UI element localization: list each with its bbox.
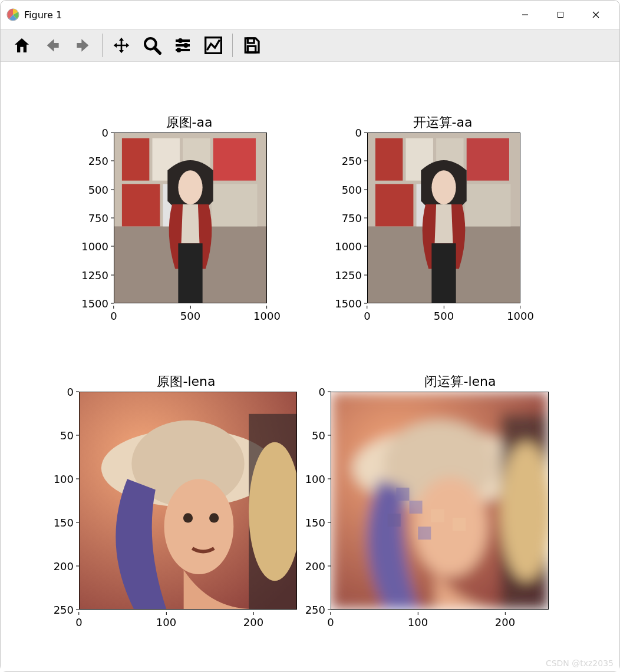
subplot-2: 原图-lena [33, 374, 304, 633]
svg-rect-56 [388, 514, 401, 527]
zoom-icon [143, 36, 161, 55]
tick-label: 1500 [335, 297, 362, 310]
tick-label: 750 [342, 212, 362, 224]
svg-rect-24 [212, 184, 257, 226]
tick-label: 0 [102, 127, 108, 139]
pan-button[interactable] [107, 32, 136, 58]
image-placeholder [331, 392, 548, 609]
tick-label: 500 [434, 310, 454, 322]
home-button[interactable] [8, 32, 36, 58]
close-button[interactable] [578, 1, 614, 29]
tick-label: 1000 [335, 240, 362, 253]
figure-window: Figure 1 [0, 0, 620, 672]
x-axis-ticks: 0 100 200 [79, 610, 297, 627]
home-icon [12, 36, 31, 55]
sliders-icon [173, 36, 192, 55]
image-placeholder [368, 133, 520, 303]
tick-label: 200 [305, 560, 325, 572]
svg-rect-27 [178, 243, 202, 303]
tick-label: 200 [495, 616, 515, 628]
subplot-title: 原图-lena [51, 373, 322, 390]
tick-label: 750 [88, 212, 108, 224]
tick-label: 50 [60, 429, 74, 442]
tick-label: 1000 [81, 240, 108, 253]
maximize-button[interactable] [543, 1, 578, 29]
tick-label: 150 [305, 517, 325, 529]
back-button[interactable] [38, 32, 67, 58]
window-controls [507, 1, 614, 29]
tick-label: 1500 [81, 297, 108, 310]
svg-point-26 [178, 170, 202, 204]
image-placeholder [80, 392, 296, 609]
tick-label: 100 [305, 473, 325, 485]
svg-line-6 [154, 48, 160, 53]
tick-label: 0 [75, 616, 82, 628]
tick-label: 250 [342, 155, 362, 167]
minimize-button[interactable] [507, 1, 543, 29]
tick-label: 500 [342, 183, 362, 196]
x-axis-ticks: 0 500 1000 [114, 303, 267, 321]
toolbar-separator [232, 34, 233, 57]
subplot-3: 闭运算-lena [307, 374, 578, 633]
pan-icon [112, 36, 131, 55]
y-axis-ticks: 0 250 500 750 1000 1250 1500 [325, 133, 367, 303]
tick-label: 0 [355, 127, 362, 139]
subplot-1: 开运算-aa [325, 115, 560, 321]
chart-line-icon [204, 36, 223, 55]
svg-rect-14 [248, 38, 254, 43]
svg-rect-36 [465, 184, 510, 226]
tick-label: 150 [54, 517, 74, 529]
subplot-title: 闭运算-lena [325, 373, 596, 390]
tick-label: 0 [319, 386, 325, 398]
svg-rect-2 [558, 12, 563, 18]
svg-point-8 [178, 38, 183, 43]
matplotlib-toolbar [1, 29, 619, 62]
tick-label: 1000 [253, 310, 281, 322]
svg-point-44 [183, 513, 193, 522]
svg-rect-58 [431, 509, 444, 522]
tick-label: 250 [305, 604, 325, 616]
tick-label: 100 [54, 473, 74, 485]
forward-arrow-icon [74, 36, 93, 55]
tick-label: 1000 [507, 310, 534, 322]
svg-point-45 [209, 513, 219, 522]
tick-label: 0 [327, 616, 334, 628]
tick-label: 50 [312, 429, 325, 442]
tick-label: 500 [180, 310, 200, 322]
svg-point-12 [176, 48, 181, 52]
svg-rect-59 [453, 518, 466, 531]
svg-rect-15 [248, 46, 255, 52]
zoom-button[interactable] [138, 32, 166, 58]
tick-label: 0 [110, 310, 117, 322]
tick-label: 250 [88, 155, 108, 167]
x-axis-ticks: 0 500 1000 [367, 303, 520, 321]
window-title: Figure 1 [24, 9, 62, 21]
tick-label: 500 [88, 183, 108, 196]
svg-point-10 [183, 43, 188, 48]
forward-button[interactable] [69, 32, 97, 58]
tick-label: 250 [54, 604, 74, 616]
titlebar: Figure 1 [1, 1, 619, 29]
axes-image [367, 133, 520, 303]
svg-rect-34 [375, 184, 414, 226]
svg-point-38 [431, 170, 456, 204]
svg-rect-33 [467, 138, 509, 181]
tick-label: 100 [408, 616, 428, 628]
save-button[interactable] [238, 32, 266, 58]
svg-rect-22 [122, 184, 160, 226]
svg-rect-54 [396, 488, 409, 501]
figure-canvas[interactable]: 原图-aa [1, 62, 619, 671]
svg-rect-18 [122, 138, 149, 181]
tick-label: 1250 [81, 269, 108, 281]
configure-subplots-button[interactable] [169, 32, 197, 58]
svg-rect-55 [409, 501, 422, 514]
edit-axes-button[interactable] [199, 32, 227, 58]
matplotlib-icon [6, 8, 19, 21]
y-axis-ticks: 0 250 500 750 1000 1250 1500 [71, 133, 114, 303]
tick-label: 1250 [335, 269, 362, 281]
svg-rect-39 [431, 243, 456, 303]
svg-rect-21 [213, 138, 256, 181]
svg-rect-57 [418, 527, 431, 539]
save-icon [242, 36, 261, 55]
axes-image [79, 392, 297, 610]
